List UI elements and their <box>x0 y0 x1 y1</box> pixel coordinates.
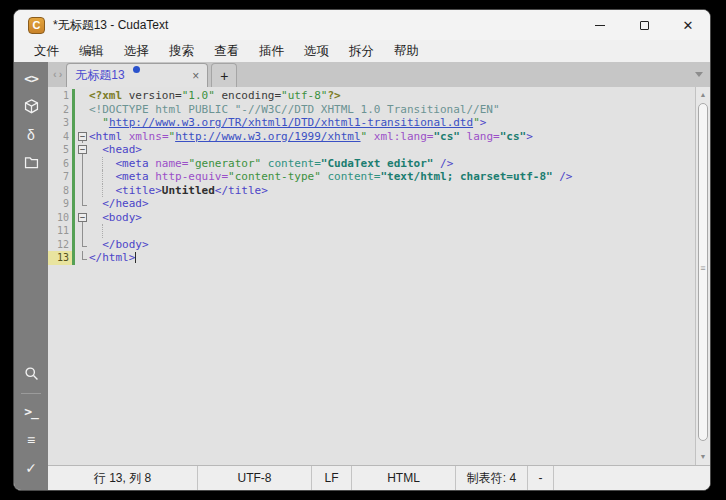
project-cube-icon[interactable] <box>18 95 44 118</box>
status-line-endings[interactable]: LF <box>312 466 352 490</box>
code-line[interactable]: 10− <body> <box>48 211 695 225</box>
line-number: 8 <box>48 184 72 198</box>
menu-help[interactable]: 帮助 <box>384 40 429 62</box>
code-text: <!DOCTYPE html PUBLIC "-//W3C//DTD XHTML… <box>89 103 695 117</box>
tab-nav-left-icon[interactable]: ‹ <box>53 62 57 87</box>
tab-nav-right-icon[interactable]: › <box>59 62 63 87</box>
modified-change-bar <box>72 157 75 171</box>
code-text: "http://www.w3.org/TR/xhtml1/DTD/xhtml1-… <box>89 116 695 130</box>
code-line[interactable]: 9 </head> <box>48 197 695 211</box>
sidebar-separator <box>21 393 41 394</box>
line-number: 11 <box>48 224 72 238</box>
code-line[interactable]: 2<!DOCTYPE html PUBLIC "-//W3C//DTD XHTM… <box>48 103 695 117</box>
code-editor[interactable]: 1<?xml version="1.0" encoding="utf-8"?>2… <box>48 87 695 465</box>
code-line[interactable]: 6 <meta name="generator" content="CudaTe… <box>48 157 695 171</box>
maximize-button[interactable] <box>622 10 666 40</box>
menu-edit[interactable]: 编辑 <box>69 40 114 62</box>
menu-options[interactable]: 选项 <box>294 40 339 62</box>
status-tab-size[interactable]: 制表符: 4 <box>456 466 528 490</box>
fold-box-marker[interactable]: − <box>76 143 89 157</box>
code-text: <head> <box>89 143 695 157</box>
close-button[interactable]: ✕ <box>666 10 710 40</box>
statusbar: 行 13, 列 8UTF-8LFHTML制表符: 4- <box>48 465 710 490</box>
cudatext-window: C *无标题13 - CudaText ✕ 文件编辑选择搜索查看插件选项拆分帮助… <box>13 9 711 491</box>
fold-line-marker <box>76 184 89 198</box>
tab-untitled13[interactable]: 无标题13 × <box>66 63 208 87</box>
fold-collapse-icon[interactable]: − <box>78 132 87 141</box>
code-line[interactable]: 11 <box>48 224 695 238</box>
tab-close-icon[interactable]: × <box>186 69 199 83</box>
fold-collapse-icon[interactable]: − <box>78 145 87 154</box>
modified-change-bar <box>72 103 75 117</box>
code-text: <meta name="generator" content="CudaText… <box>89 157 695 171</box>
scrollbar-grip-icon: ≡ <box>699 266 707 270</box>
fold-end-marker <box>76 238 89 252</box>
line-number: 2 <box>48 103 72 117</box>
menu-plugins[interactable]: 插件 <box>249 40 294 62</box>
fold-line-marker <box>76 170 89 184</box>
indent-guide <box>102 224 103 238</box>
menu-view[interactable]: 查看 <box>204 40 249 62</box>
modified-change-bar <box>72 130 75 144</box>
line-number: 7 <box>48 170 72 184</box>
console-icon[interactable]: >_ <box>18 400 44 423</box>
code-tree-icon[interactable]: <> <box>18 67 44 90</box>
modified-change-bar <box>72 251 75 265</box>
menu-search[interactable]: 搜索 <box>159 40 204 62</box>
scrollbar-thumb[interactable]: ≡ <box>698 103 708 441</box>
code-line[interactable]: 1<?xml version="1.0" encoding="utf-8"?> <box>48 89 695 103</box>
scroll-down-icon[interactable]: ▼ <box>696 449 710 463</box>
code-line[interactable]: 3 "http://www.w3.org/TR/xhtml1/DTD/xhtml… <box>48 116 695 130</box>
code-line[interactable]: 13</html> <box>48 251 695 265</box>
modified-change-bar <box>72 211 75 225</box>
tabbar: ‹ › 无标题13 × + <box>48 62 710 87</box>
minimize-button[interactable] <box>578 10 622 40</box>
modified-change-bar <box>72 224 75 238</box>
fold-collapse-icon[interactable]: − <box>78 213 87 222</box>
indent-guide <box>102 157 103 171</box>
code-line[interactable]: 12 </body> <box>48 238 695 252</box>
code-line[interactable]: 5− <head> <box>48 143 695 157</box>
tab-list-menu-button[interactable] <box>695 72 710 77</box>
fold-gutter <box>76 103 89 117</box>
line-number: 4 <box>48 130 72 144</box>
app-icon: C <box>28 17 45 34</box>
line-number: 5 <box>48 143 72 157</box>
line-number: 13 <box>48 251 72 265</box>
fold-box-marker[interactable]: − <box>76 130 89 144</box>
fold-end-marker <box>76 251 89 265</box>
line-number: 1 <box>48 89 72 103</box>
new-tab-button[interactable]: + <box>211 63 237 87</box>
tabs-panel-icon[interactable] <box>18 151 44 174</box>
snippets-delta-icon[interactable]: δ <box>18 123 44 146</box>
status-encoding[interactable]: UTF-8 <box>198 466 312 490</box>
menubar: 文件编辑选择搜索查看插件选项拆分帮助 <box>14 40 710 62</box>
code-line[interactable]: 4−<html xmlns="http://www.w3.org/1999/xh… <box>48 130 695 144</box>
fold-gutter <box>76 89 89 103</box>
fold-box-marker[interactable]: − <box>76 211 89 225</box>
tab-nav-arrows: ‹ › <box>48 62 66 87</box>
status-lexer[interactable]: HTML <box>352 466 456 490</box>
modified-change-bar <box>72 89 75 103</box>
output-list-icon[interactable]: ≡ <box>18 428 44 451</box>
vertical-scrollbar[interactable]: ▲ ≡ ▼ <box>695 87 710 465</box>
code-text: </head> <box>89 197 695 211</box>
status-caret-position[interactable]: 行 13, 列 8 <box>48 466 198 490</box>
indent-guide <box>102 184 103 198</box>
code-text: </body> <box>89 238 695 252</box>
fold-line-marker <box>76 157 89 171</box>
code-line[interactable]: 7 <meta http-equiv="content-type" conten… <box>48 170 695 184</box>
status-wrap[interactable]: - <box>528 466 554 490</box>
menu-file[interactable]: 文件 <box>24 40 69 62</box>
sidebar: <>δ >_≡✓ <box>14 62 48 490</box>
find-results-icon[interactable] <box>18 362 44 385</box>
code-text: <?xml version="1.0" encoding="utf-8"?> <box>89 89 695 103</box>
code-line[interactable]: 8 <title>Untitled</title> <box>48 184 695 198</box>
tab-label: 无标题13 <box>75 67 186 84</box>
scroll-up-icon[interactable]: ▲ <box>696 87 710 101</box>
line-number: 10 <box>48 211 72 225</box>
code-text: <html xmlns="http://www.w3.org/1999/xhtm… <box>89 130 695 144</box>
validate-check-icon[interactable]: ✓ <box>18 456 44 479</box>
menu-selection[interactable]: 选择 <box>114 40 159 62</box>
menu-split[interactable]: 拆分 <box>339 40 384 62</box>
